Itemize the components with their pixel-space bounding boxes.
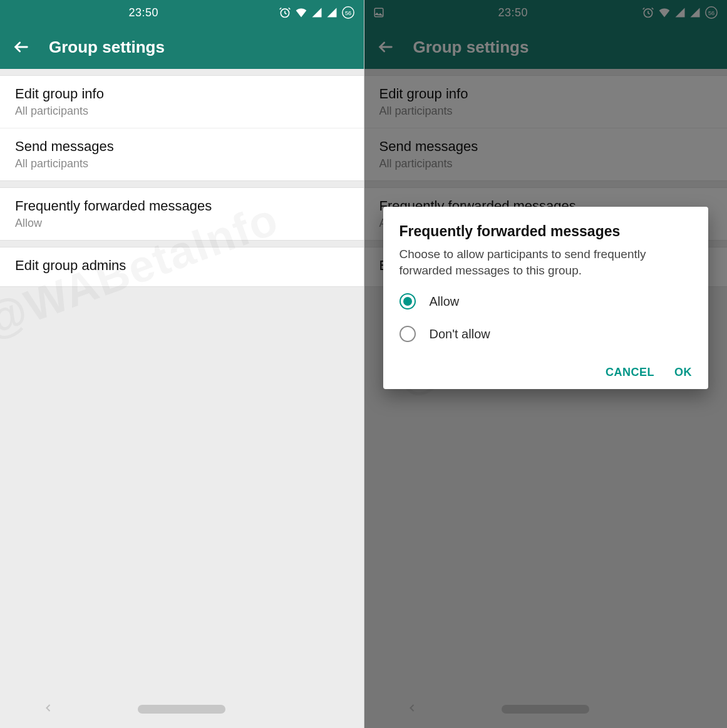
setting-subtitle: Allow — [15, 217, 349, 230]
setting-title: Frequently forwarded messages — [15, 198, 349, 214]
dialog-title: Frequently forwarded messages — [400, 223, 693, 240]
setting-edit-group-info[interactable]: Edit group info All participants — [0, 76, 364, 128]
radio-label: Don't allow — [430, 327, 490, 341]
alarm-icon — [279, 6, 291, 19]
dialog-description: Choose to allow participants to send fre… — [400, 246, 693, 278]
svg-text:56: 56 — [344, 10, 351, 16]
setting-subtitle: All participants — [15, 105, 349, 118]
status-bar: 23:50 56 — [0, 0, 364, 25]
wifi-icon — [295, 6, 307, 19]
back-button[interactable] — [13, 38, 30, 56]
radio-option-allow[interactable]: Allow — [400, 293, 693, 309]
signal-icon-1 — [311, 7, 322, 18]
radio-option-dont-allow[interactable]: Don't allow — [400, 326, 693, 342]
setting-title: Send messages — [15, 138, 349, 155]
setting-title: Edit group info — [15, 86, 349, 102]
radio-icon — [400, 293, 416, 309]
setting-send-messages[interactable]: Send messages All participants — [0, 128, 364, 180]
nav-back-icon[interactable] — [42, 702, 54, 717]
radio-icon — [400, 326, 416, 342]
app-bar: Group settings — [0, 25, 364, 69]
setting-subtitle: All participants — [15, 157, 349, 170]
settings-content: @WABetaInfo Edit group info All particip… — [0, 69, 364, 690]
phone-left: 23:50 56 Group settings @WABetaInfo Edit… — [0, 0, 364, 728]
settings-group-b: Frequently forwarded messages Allow — [0, 187, 364, 241]
nav-home-pill[interactable] — [138, 705, 225, 714]
settings-group-a: Edit group info All participants Send me… — [0, 75, 364, 181]
dialog-actions: CANCEL OK — [400, 358, 693, 379]
signal-icon-2 — [326, 7, 338, 18]
status-time: 23:50 — [9, 6, 279, 19]
battery-icon: 56 — [341, 6, 355, 19]
cancel-button[interactable]: CANCEL — [606, 366, 654, 379]
radio-label: Allow — [430, 294, 460, 309]
system-nav-bar — [0, 690, 364, 728]
page-title: Group settings — [49, 38, 165, 57]
settings-group-c: Edit group admins — [0, 247, 364, 287]
setting-frequently-forwarded[interactable]: Frequently forwarded messages Allow — [0, 188, 364, 240]
ok-button[interactable]: OK — [674, 366, 692, 379]
setting-title: Edit group admins — [15, 257, 349, 274]
frequently-forwarded-dialog: Frequently forwarded messages Choose to … — [383, 207, 709, 389]
status-icons: 56 — [279, 6, 355, 19]
phone-right: 23:50 56 Group settings @WABetaInfo Edit… — [364, 0, 728, 728]
setting-edit-group-admins[interactable]: Edit group admins — [0, 247, 364, 286]
